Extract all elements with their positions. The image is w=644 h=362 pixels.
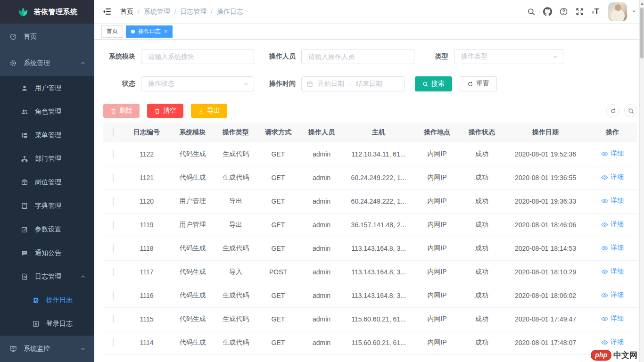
close-icon[interactable]: × xyxy=(164,29,167,34)
cell-host: 115.60.60.21, 61... xyxy=(343,307,414,331)
sidebar-item-10[interactable]: 日志管理 xyxy=(0,265,94,288)
sidebar-item-3[interactable]: 角色管理 xyxy=(0,100,94,123)
search-button[interactable]: 搜索 xyxy=(415,76,452,91)
sidebar-item-1[interactable]: 系统管理 xyxy=(0,50,94,76)
date-range-picker[interactable]: 开始日期 - 结束日期 xyxy=(301,76,405,91)
checkbox-cell xyxy=(103,307,123,331)
status-select[interactable]: 操作状态 xyxy=(141,76,254,91)
search-toggle-icon[interactable] xyxy=(624,104,637,117)
font-size-icon[interactable]: тT xyxy=(587,4,603,20)
detail-link[interactable]: 详细 xyxy=(601,314,624,323)
cell-method: GET xyxy=(256,331,300,354)
scrollbar-thumb[interactable] xyxy=(640,8,644,58)
github-icon[interactable] xyxy=(539,4,555,20)
breadcrumb-item-0[interactable]: 首页 xyxy=(120,8,133,16)
cell-host: 60.24.249.222, 1... xyxy=(343,189,414,213)
cell-type: 生成代码 xyxy=(215,237,256,260)
row-checkbox[interactable] xyxy=(113,173,114,182)
breadcrumb-item-1: 系统管理 xyxy=(144,8,170,16)
caret-down-icon[interactable] xyxy=(631,9,636,14)
user-avatar[interactable] xyxy=(608,2,627,21)
operator-input[interactable] xyxy=(301,49,414,64)
cell-method: POST xyxy=(256,260,300,284)
site-watermark: php 中文网 xyxy=(591,350,637,361)
row-checkbox[interactable] xyxy=(113,268,114,276)
detail-link[interactable]: 详细 xyxy=(601,173,624,181)
cell-method: GET xyxy=(256,166,300,189)
module-input[interactable] xyxy=(141,49,254,64)
cell-id: 1116 xyxy=(123,284,170,307)
export-button[interactable]: 导出 xyxy=(191,104,227,118)
page-scrollbar[interactable] xyxy=(639,0,644,362)
row-checkbox[interactable] xyxy=(113,315,114,323)
chevron-up-icon xyxy=(80,60,86,66)
tab-label: 操作日志 xyxy=(138,27,161,35)
sidebar-item-2[interactable]: 用户管理 xyxy=(0,76,94,100)
table-toolbar: 删除 清空 导出 xyxy=(103,104,637,118)
row-checkbox[interactable] xyxy=(113,291,114,300)
cell-type: 生成代码 xyxy=(215,307,256,331)
scrollbar-up-arrow[interactable] xyxy=(641,2,644,5)
row-checkbox[interactable] xyxy=(113,221,114,229)
sidebar-item-label: 岗位管理 xyxy=(35,178,61,187)
detail-link[interactable]: 详细 xyxy=(601,291,624,299)
refresh-icon[interactable] xyxy=(606,104,619,117)
app-logo[interactable]: 若依管理系统 xyxy=(0,0,94,24)
cell-status: 成功 xyxy=(460,331,504,354)
cell-type: 导出 xyxy=(215,213,256,237)
reset-button[interactable]: 重置 xyxy=(460,76,497,91)
checkbox-cell xyxy=(103,166,123,189)
cell-status: 成功 xyxy=(460,260,504,284)
chevron-down-icon xyxy=(553,54,558,59)
detail-link[interactable]: 详细 xyxy=(601,220,624,229)
cell-operator: admin xyxy=(300,213,343,237)
clear-button[interactable]: 清空 xyxy=(147,104,183,118)
row-checkbox[interactable] xyxy=(113,197,114,206)
type-select[interactable]: 操作类型 xyxy=(454,49,563,64)
delete-button[interactable]: 删除 xyxy=(103,104,140,118)
sidebar-item-12[interactable]: 登录日志 xyxy=(0,312,94,336)
row-checkbox[interactable] xyxy=(113,338,114,347)
cell-location: 内网IP xyxy=(414,142,460,166)
detail-link[interactable]: 详细 xyxy=(601,244,624,252)
sidebar-item-6[interactable]: 岗位管理 xyxy=(0,171,94,194)
tab-0[interactable]: 首页 xyxy=(101,25,123,38)
cell-date: 2020-08-01 19:52:36 xyxy=(504,142,587,166)
sidebar-item-8[interactable]: 参数设置 xyxy=(0,218,94,241)
cell-status: 成功 xyxy=(460,166,504,189)
eye-icon xyxy=(601,150,608,157)
sidebar-item-label: 字典管理 xyxy=(35,202,61,210)
checkbox-cell xyxy=(103,142,123,166)
sidebar-item-7[interactable]: 字典管理 xyxy=(0,194,94,218)
sidebar-item-5[interactable]: 部门管理 xyxy=(0,147,94,171)
detail-link[interactable]: 详细 xyxy=(601,267,624,276)
detail-link[interactable]: 详细 xyxy=(601,338,624,346)
sidebar-item-11[interactable]: 操作日志 xyxy=(0,288,94,312)
select-all-checkbox[interactable] xyxy=(113,128,114,137)
sidebar-item-4[interactable]: 菜单管理 xyxy=(0,123,94,147)
row-checkbox[interactable] xyxy=(113,150,114,158)
cell-type: 生成代码 xyxy=(215,331,256,354)
sidebar-item-label: 日志管理 xyxy=(35,272,61,281)
cell-module: 代码生成 xyxy=(170,331,215,354)
detail-link[interactable]: 详细 xyxy=(601,149,624,158)
cell-actions: 详细 xyxy=(587,189,637,213)
type-select-placeholder: 操作类型 xyxy=(461,52,487,61)
sidebar-toggle-icon[interactable] xyxy=(103,7,112,16)
cell-host: 113.143.164.8, 3... xyxy=(343,284,414,307)
sidebar-item-13[interactable]: 系统监控 xyxy=(0,336,94,362)
fullscreen-icon[interactable] xyxy=(571,4,587,20)
sidebar-item-0[interactable]: 首页 xyxy=(0,24,94,50)
cell-module: 代码生成 xyxy=(170,284,215,307)
php-logo: php xyxy=(591,350,611,361)
detail-link[interactable]: 详细 xyxy=(601,197,624,205)
tab-1[interactable]: 操作日志× xyxy=(126,25,173,38)
search-icon[interactable] xyxy=(523,4,539,20)
help-icon[interactable] xyxy=(555,4,571,20)
eye-icon xyxy=(601,268,608,275)
table-tools xyxy=(606,104,637,117)
cell-location: 内网IP xyxy=(414,237,460,260)
cell-status: 成功 xyxy=(460,189,504,213)
sidebar-item-9[interactable]: 通知公告 xyxy=(0,241,94,265)
row-checkbox[interactable] xyxy=(113,244,114,253)
